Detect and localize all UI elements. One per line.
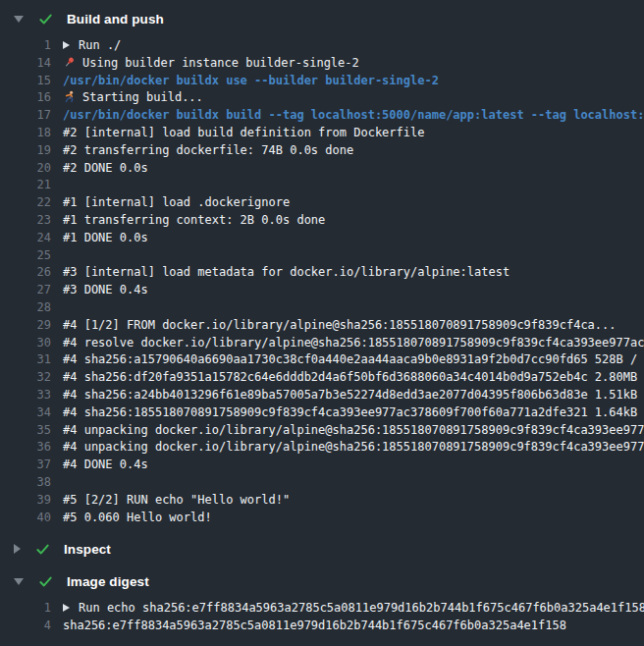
- line-number[interactable]: 38: [0, 474, 51, 492]
- section-title: Image digest: [67, 574, 149, 589]
- log-line-text: #1 transferring context: 2B 0.0s done: [63, 212, 644, 230]
- section-log-lines: 1Run ./14Using builder instance builder-…: [0, 28, 644, 526]
- log-text: #3 DONE 0.4s: [63, 283, 148, 296]
- line-number[interactable]: 26: [0, 264, 51, 282]
- log-line-text: #4 sha256:df20fa9351a15782c64e6dddb2d4a6…: [63, 369, 644, 387]
- log-line-text: Run echo sha256:e7ff8834a5963a2785c5a081…: [63, 600, 644, 618]
- log-line-text: [63, 299, 644, 317]
- chevron-down-icon[interactable]: [14, 16, 24, 23]
- log-line-text: Starting build...: [63, 89, 644, 107]
- log-line-text: #4 [1/2] FROM docker.io/library/alpine@s…: [63, 317, 644, 335]
- log-text: #5 [2/2] RUN echo "Hello world!": [63, 493, 290, 507]
- section-header-inspect[interactable]: Inspect: [0, 539, 644, 559]
- line-number[interactable]: 15: [0, 73, 51, 90]
- log-line-text: sha256:e7ff8834a5963a2785c5a0811e979d16b…: [63, 618, 644, 635]
- success-check-icon: [38, 574, 53, 589]
- log-line: 17/usr/bin/docker buildx build --tag loc…: [0, 107, 644, 125]
- log-line: 4sha256:e7ff8834a5963a2785c5a0811e979d16…: [0, 618, 644, 635]
- log-line: 1Run echo sha256:e7ff8834a5963a2785c5a08…: [0, 600, 644, 618]
- log-text: /usr/bin/docker buildx build --tag local…: [63, 108, 644, 122]
- success-check-icon: [38, 12, 53, 27]
- line-number[interactable]: 40: [0, 510, 51, 527]
- log-text: #4 sha256:a24bb4013296f61e89ba57005a7b3e…: [63, 388, 644, 402]
- pushpin-icon: [63, 56, 77, 73]
- chevron-down-icon[interactable]: [14, 578, 24, 585]
- line-number[interactable]: 14: [0, 55, 51, 73]
- log-text: Using builder instance builder-single-2: [82, 56, 359, 70]
- line-number[interactable]: 37: [0, 457, 51, 474]
- line-number[interactable]: 16: [0, 89, 51, 107]
- log-line-text: #2 [internal] load build definition from…: [63, 125, 644, 142]
- line-number[interactable]: 33: [0, 387, 51, 404]
- line-number[interactable]: 35: [0, 422, 51, 440]
- log-text: #1 transferring context: 2B 0.0s done: [63, 213, 325, 227]
- chevron-right-icon[interactable]: [14, 544, 21, 554]
- line-number[interactable]: 19: [0, 142, 51, 160]
- log-line: 15/usr/bin/docker buildx use --builder b…: [0, 73, 644, 90]
- log-text: #2 transferring dockerfile: 74B 0.0s don…: [63, 143, 353, 157]
- log-text: #4 DONE 0.4s: [63, 458, 148, 471]
- line-number[interactable]: 21: [0, 177, 51, 194]
- log-text: #4 sha256:a15790640a6690aa1730c38cf0a440…: [63, 352, 644, 366]
- section-log-lines: 1Run echo sha256:e7ff8834a5963a2785c5a08…: [0, 591, 644, 635]
- line-number[interactable]: 24: [0, 230, 51, 247]
- log-line-text: [63, 177, 644, 194]
- line-number[interactable]: 18: [0, 125, 51, 142]
- log-text: Run echo sha256:e7ff8834a5963a2785c5a081…: [79, 601, 644, 615]
- expand-group-icon[interactable]: [63, 604, 70, 612]
- log-text: sha256:e7ff8834a5963a2785c5a0811e979d16b…: [63, 619, 566, 632]
- section-header-image-digest[interactable]: Image digest: [0, 571, 644, 591]
- line-number[interactable]: 22: [0, 194, 51, 212]
- line-number[interactable]: 27: [0, 282, 51, 299]
- line-number[interactable]: 4: [0, 618, 51, 635]
- success-check-icon: [35, 542, 50, 557]
- log-line-text: #4 unpacking docker.io/library/alpine@sh…: [63, 439, 644, 457]
- line-number[interactable]: 36: [0, 439, 51, 457]
- log-line-text: #2 DONE 0.0s: [63, 160, 644, 178]
- line-number[interactable]: 29: [0, 317, 51, 335]
- line-number[interactable]: 1: [0, 600, 51, 618]
- log-text: #1 DONE 0.0s: [63, 231, 148, 244]
- log-line: 32#4 sha256:df20fa9351a15782c64e6dddb2d4…: [0, 369, 644, 387]
- log-text: #4 unpacking docker.io/library/alpine@sh…: [63, 423, 644, 437]
- log-text: #2 DONE 0.0s: [63, 161, 148, 175]
- section-title: Inspect: [64, 542, 111, 557]
- line-number[interactable]: 1: [0, 37, 51, 55]
- log-line-text: #4 unpacking docker.io/library/alpine@sh…: [63, 422, 644, 440]
- runner-icon: [63, 90, 77, 107]
- line-number[interactable]: 23: [0, 212, 51, 230]
- log-line: 34#4 sha256:185518070891758909c9f839cf4c…: [0, 404, 644, 422]
- log-line-text: #3 DONE 0.4s: [63, 282, 644, 299]
- log-line-text: #2 transferring dockerfile: 74B 0.0s don…: [63, 142, 644, 160]
- line-number[interactable]: 20: [0, 160, 51, 178]
- log-line: 29#4 [1/2] FROM docker.io/library/alpine…: [0, 317, 644, 335]
- line-number[interactable]: 30: [0, 335, 51, 352]
- command-line-text: /usr/bin/docker buildx build --tag local…: [63, 107, 644, 125]
- log-line: 23#1 transferring context: 2B 0.0s done: [0, 212, 644, 230]
- line-number[interactable]: 25: [0, 247, 51, 265]
- log-line-text: #1 [internal] load .dockerignore: [63, 194, 644, 212]
- log-line: 38: [0, 474, 644, 492]
- log-line: 26#3 [internal] load metadata for docker…: [0, 264, 644, 282]
- log-line-text: Run ./: [63, 37, 644, 55]
- log-line: 30#4 resolve docker.io/library/alpine@sh…: [0, 335, 644, 352]
- line-number[interactable]: 31: [0, 351, 51, 369]
- log-line: 24#1 DONE 0.0s: [0, 230, 644, 247]
- line-number[interactable]: 17: [0, 107, 51, 125]
- line-number[interactable]: 34: [0, 404, 51, 422]
- expand-group-icon[interactable]: [63, 41, 70, 49]
- log-line: 39#5 [2/2] RUN echo "Hello world!": [0, 492, 644, 510]
- line-number[interactable]: 28: [0, 299, 51, 317]
- line-number[interactable]: 39: [0, 492, 51, 510]
- log-line-text: #4 sha256:185518070891758909c9f839cf4ca3…: [63, 404, 644, 422]
- section-header-build-and-push[interactable]: Build and push: [0, 9, 644, 28]
- log-line: 35#4 unpacking docker.io/library/alpine@…: [0, 422, 644, 440]
- log-section-inspect: Inspect: [0, 539, 644, 559]
- log-section-build-and-push: Build and push1Run ./14Using builder ins…: [0, 9, 644, 526]
- line-number[interactable]: 32: [0, 369, 51, 387]
- log-text: #4 sha256:df20fa9351a15782c64e6dddb2d4a6…: [63, 370, 644, 384]
- log-line: 14Using builder instance builder-single-…: [0, 55, 644, 73]
- log-line: 31#4 sha256:a15790640a6690aa1730c38cf0a4…: [0, 351, 644, 369]
- log-line: 33#4 sha256:a24bb4013296f61e89ba57005a7b…: [0, 387, 644, 404]
- log-line: 27#3 DONE 0.4s: [0, 282, 644, 299]
